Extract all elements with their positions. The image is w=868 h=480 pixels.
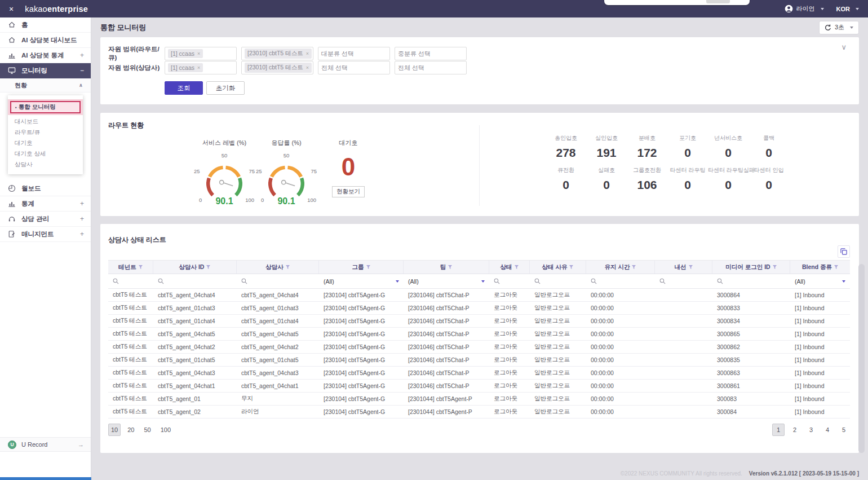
page-number-button[interactable]: 1	[772, 424, 785, 436]
table-row[interactable]: cbtT5 테스트cbtT5_agent_04chat1cbtT5_agent_…	[108, 380, 850, 393]
submenu-item-active[interactable]: ▪통합 모니터링	[10, 101, 81, 113]
page-size-button[interactable]: 20	[125, 424, 137, 436]
middle-category-select[interactable]: 중분류 선택	[395, 47, 467, 60]
column-header[interactable]: 미디어 로그인 ID	[712, 261, 790, 274]
copy-table-button[interactable]	[838, 245, 850, 258]
submenu-item[interactable]: 상담사	[8, 159, 83, 170]
filter-funnel-icon[interactable]	[689, 264, 693, 271]
column-header[interactable]: 상담사 ID	[153, 261, 237, 274]
filter-funnel-icon[interactable]	[286, 264, 290, 271]
filter-funnel-icon[interactable]	[366, 264, 370, 271]
column-filter-search[interactable]	[108, 274, 153, 288]
remove-tag-icon[interactable]: ×	[197, 65, 200, 71]
table-row[interactable]: cbtT5 테스트cbtT5_agent_04chat3cbtT5_agent_…	[108, 367, 850, 380]
reset-button[interactable]: 초기화	[206, 81, 245, 95]
view-status-button[interactable]: 현황보기	[332, 186, 365, 197]
column-filter-select[interactable]: (All)	[404, 274, 489, 288]
table-row[interactable]: cbtT5 테스트cbtT5_agent_04chat5cbtT5_agent_…	[108, 328, 850, 341]
page-number-button[interactable]: 3	[805, 424, 817, 436]
sidebar-item[interactable]: 홈	[0, 17, 91, 33]
refresh-interval-button[interactable]: 3초	[819, 21, 859, 34]
sidebar-item[interactable]: 통계+	[0, 196, 91, 212]
sidebar-item[interactable]: 월보드	[0, 181, 91, 196]
column-filter-search[interactable]	[712, 274, 790, 288]
avatar[interactable]	[785, 5, 793, 13]
table-cell: 00:00:00	[586, 367, 655, 379]
filter-funnel-icon[interactable]	[834, 264, 838, 271]
submenu-item[interactable]: 대기호 상세	[8, 148, 83, 159]
table-row[interactable]: cbtT5 테스트cbtT5_agent_01chat3cbtT5_agent_…	[108, 302, 850, 315]
chart-icon	[8, 200, 16, 208]
remove-tag-icon[interactable]: ×	[306, 65, 309, 71]
stat-label: 분배호	[627, 134, 667, 142]
filter-funnel-icon[interactable]	[632, 264, 636, 271]
table-row[interactable]: cbtT5 테스트cbtT5_agent_01무지[230104] cbtT5A…	[108, 393, 850, 406]
column-filter-select[interactable]: (All)	[790, 274, 850, 288]
column-header[interactable]: 테넌트	[108, 261, 153, 274]
column-filter-search[interactable]	[655, 274, 712, 288]
filter-funnel-icon[interactable]	[515, 264, 519, 271]
agent-group-select[interactable]: 전체 선택	[318, 61, 390, 74]
filter-funnel-icon[interactable]	[206, 264, 210, 271]
agent-team-select[interactable]: 전체 선택	[395, 61, 467, 74]
sidebar-item[interactable]: 매니지먼트+	[0, 227, 91, 242]
column-header[interactable]: 상태 사유	[530, 261, 586, 274]
column-header[interactable]: 그룹	[319, 261, 404, 274]
page-size-button[interactable]: 100	[158, 424, 174, 436]
column-header[interactable]: 유지 시간	[586, 261, 655, 274]
sidebar-section-status[interactable]: 현황 ∧	[0, 78, 91, 93]
resource-route-tag2-field[interactable]: [23010] cbtT5 테스트×	[241, 47, 313, 60]
refresh-icon	[825, 24, 831, 31]
table-cell: [1] Inbound	[790, 354, 850, 366]
column-header[interactable]: 상태	[489, 261, 530, 274]
column-filter-search[interactable]	[489, 274, 530, 288]
column-header[interactable]: 팀	[404, 261, 489, 274]
user-menu[interactable]: 라이언	[796, 5, 815, 13]
resource-agent-tag1-field[interactable]: [1] ccaas×	[165, 61, 237, 74]
table-row[interactable]: cbtT5 테스트cbtT5_agent_04chat4cbtT5_agent_…	[108, 289, 850, 302]
page-number-button[interactable]: 2	[789, 424, 801, 436]
submenu-item[interactable]: 대시보드	[8, 116, 83, 127]
filter-funnel-icon[interactable]	[139, 264, 143, 271]
table-row[interactable]: cbtT5 테스트cbtT5_agent_01chat5cbtT5_agent_…	[108, 354, 850, 367]
table-cell: [2301046] cbtT5Chat-P	[404, 380, 489, 392]
sidebar-item[interactable]: 모니터링−	[0, 63, 91, 78]
page-number-button[interactable]: 5	[838, 424, 850, 436]
page-size-button[interactable]: 50	[141, 424, 154, 436]
language-menu[interactable]: KOR	[836, 6, 850, 12]
column-filter-select[interactable]: (All)	[319, 274, 404, 288]
column-filter-search[interactable]	[530, 274, 586, 288]
table-row[interactable]: cbtT5 테스트cbtT5_agent_02라이언[230104] cbtT5…	[108, 406, 850, 419]
column-filter-search[interactable]	[586, 274, 655, 288]
submenu-item[interactable]: 대기호	[8, 138, 83, 148]
collapse-panel-icon[interactable]: ∨	[841, 43, 847, 51]
filter-funnel-icon[interactable]	[569, 264, 573, 271]
search-icon	[113, 276, 119, 287]
resource-route-tag1-field[interactable]: [1] ccaas×	[165, 47, 237, 60]
filter-funnel-icon[interactable]	[773, 264, 777, 271]
sidebar-section-label: 현황	[15, 81, 27, 90]
table-cell: 로그아웃	[489, 315, 530, 327]
sidebar-item[interactable]: 상담 관리+	[0, 212, 91, 227]
filter-funnel-icon[interactable]	[448, 264, 452, 271]
page-number-button[interactable]: 4	[821, 424, 834, 436]
remove-tag-icon[interactable]: ×	[197, 51, 200, 56]
major-category-select[interactable]: 대분류 선택	[318, 47, 390, 60]
column-header[interactable]: Blend 종류	[790, 261, 850, 274]
column-header[interactable]: 내선	[655, 261, 712, 274]
column-filter-search[interactable]	[237, 274, 319, 288]
resource-agent-tag2-field[interactable]: [23010] cbtT5 테스트×	[241, 61, 313, 74]
column-header[interactable]: 상담사	[237, 261, 319, 274]
submenu-item[interactable]: 라우트/큐	[8, 127, 83, 138]
page-size-button[interactable]: 10	[108, 424, 121, 436]
table-row[interactable]: cbtT5 테스트cbtT5_agent_01chat4cbtT5_agent_…	[108, 315, 850, 328]
close-icon[interactable]: ×	[9, 5, 14, 13]
table-row[interactable]: cbtT5 테스트cbtT5_agent_04chat2cbtT5_agent_…	[108, 341, 850, 354]
sidebar-item-u-record[interactable]: U U Record →	[0, 437, 91, 452]
column-filter-search[interactable]	[153, 274, 237, 288]
search-button[interactable]: 조회	[165, 81, 203, 95]
sidebar-item[interactable]: AI 상담봇 대시보드	[0, 33, 91, 48]
vertical-scrollbar[interactable]	[858, 264, 865, 453]
sidebar-item[interactable]: AI 상담봇 통계+	[0, 48, 91, 63]
remove-tag-icon[interactable]: ×	[306, 51, 309, 56]
